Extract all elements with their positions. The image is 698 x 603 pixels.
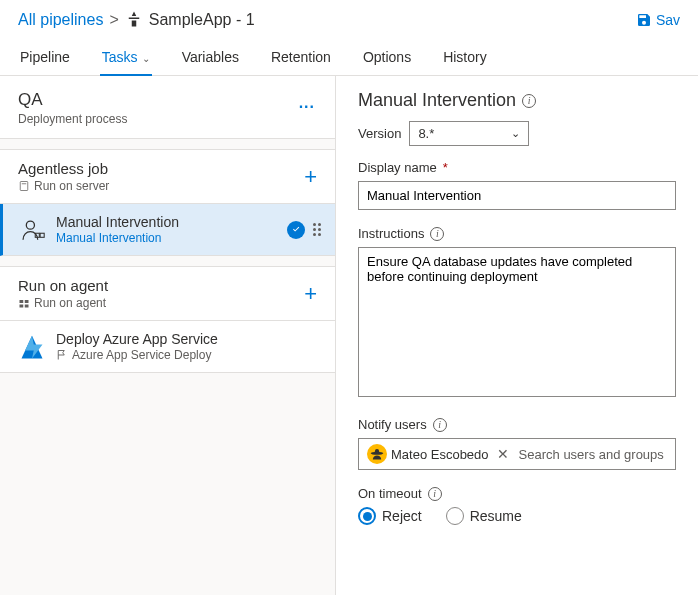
tab-retention[interactable]: Retention (269, 43, 333, 75)
info-icon[interactable]: i (428, 487, 442, 501)
avatar-icon (367, 444, 387, 464)
info-icon[interactable]: i (433, 418, 447, 432)
add-task-button[interactable]: + (300, 164, 321, 190)
display-name-input[interactable] (358, 181, 676, 210)
server-icon (18, 180, 30, 192)
info-icon[interactable]: i (522, 94, 536, 108)
svg-rect-4 (40, 233, 44, 237)
timeout-resume-radio[interactable]: Resume (446, 507, 522, 525)
task-title: Deploy Azure App Service (56, 331, 321, 347)
job-subtitle: Run on agent (18, 296, 108, 310)
flag-icon (56, 349, 68, 361)
radio-label: Reject (382, 508, 422, 524)
task-deploy-app-service[interactable]: Deploy Azure App Service Azure App Servi… (0, 321, 335, 373)
svg-rect-5 (20, 300, 24, 303)
breadcrumb-title: SampleApp - 1 (149, 11, 255, 29)
tab-pipeline[interactable]: Pipeline (18, 43, 72, 75)
timeout-label: On timeout (358, 486, 422, 501)
job-title: Run on agent (18, 277, 108, 294)
chevron-down-icon: ⌄ (142, 53, 150, 64)
radio-icon (446, 507, 464, 525)
pipeline-icon (125, 10, 143, 29)
save-button[interactable]: Sav (636, 12, 680, 28)
chip-label: Mateo Escobedo (391, 447, 489, 462)
panel-title: Manual Intervention i (358, 90, 676, 111)
breadcrumb: All pipelines > SampleApp - 1 (18, 10, 255, 29)
required-indicator: * (443, 160, 448, 175)
status-valid-icon (287, 221, 305, 239)
task-title: Manual Intervention (56, 214, 277, 230)
instructions-textarea[interactable]: Ensure QA database updates have complete… (358, 247, 676, 397)
tabs: Pipeline Tasks⌄ Variables Retention Opti… (0, 33, 698, 76)
tab-tasks[interactable]: Tasks⌄ (100, 43, 152, 75)
task-subtitle: Azure App Service Deploy (56, 348, 321, 362)
info-icon[interactable]: i (430, 227, 444, 241)
job-subtitle: Run on server (18, 179, 109, 193)
task-manual-intervention[interactable]: Manual Intervention Manual Intervention (0, 204, 335, 256)
svg-rect-8 (25, 305, 29, 308)
svg-point-10 (371, 452, 384, 455)
job-header-agentless[interactable]: Agentless job Run on server + (0, 149, 335, 204)
stage-header[interactable]: QA Deployment process ... (0, 76, 335, 139)
version-select[interactable]: 8.* ⌄ (409, 121, 529, 146)
add-task-button[interactable]: + (300, 281, 321, 307)
user-chip: Mateo Escobedo ✕ (365, 442, 515, 466)
save-label: Sav (656, 12, 680, 28)
left-panel: QA Deployment process ... Agentless job … (0, 76, 336, 595)
azure-icon (18, 333, 46, 361)
stage-more-button[interactable]: ... (293, 90, 321, 116)
chevron-down-icon: ⌄ (511, 127, 520, 140)
chip-remove-button[interactable]: ✕ (493, 446, 513, 462)
notify-placeholder: Search users and groups (519, 447, 669, 462)
task-subtitle: Manual Intervention (56, 231, 277, 245)
svg-rect-0 (20, 182, 28, 191)
drag-handle-icon[interactable] (313, 223, 321, 236)
radio-icon (358, 507, 376, 525)
tab-variables[interactable]: Variables (180, 43, 241, 75)
person-icon (18, 216, 46, 244)
svg-rect-6 (25, 300, 29, 303)
timeout-reject-radio[interactable]: Reject (358, 507, 422, 525)
breadcrumb-separator: > (109, 11, 118, 29)
notify-users-input[interactable]: Mateo Escobedo ✕ Search users and groups (358, 438, 676, 470)
display-name-label: Display name (358, 160, 437, 175)
stage-subtitle: Deployment process (18, 112, 127, 126)
agent-icon (18, 297, 30, 309)
radio-label: Resume (470, 508, 522, 524)
svg-rect-7 (20, 305, 24, 308)
notify-label: Notify users (358, 417, 427, 432)
instructions-label: Instructions (358, 226, 424, 241)
save-icon (636, 12, 652, 28)
job-title: Agentless job (18, 160, 109, 177)
svg-point-2 (26, 221, 34, 229)
job-header-agent[interactable]: Run on agent Run on agent + (0, 266, 335, 321)
stage-name: QA (18, 90, 127, 110)
tab-history[interactable]: History (441, 43, 489, 75)
breadcrumb-root-link[interactable]: All pipelines (18, 11, 103, 29)
tab-options[interactable]: Options (361, 43, 413, 75)
details-panel: Manual Intervention i Version 8.* ⌄ Disp… (336, 76, 698, 595)
version-label: Version (358, 126, 401, 141)
